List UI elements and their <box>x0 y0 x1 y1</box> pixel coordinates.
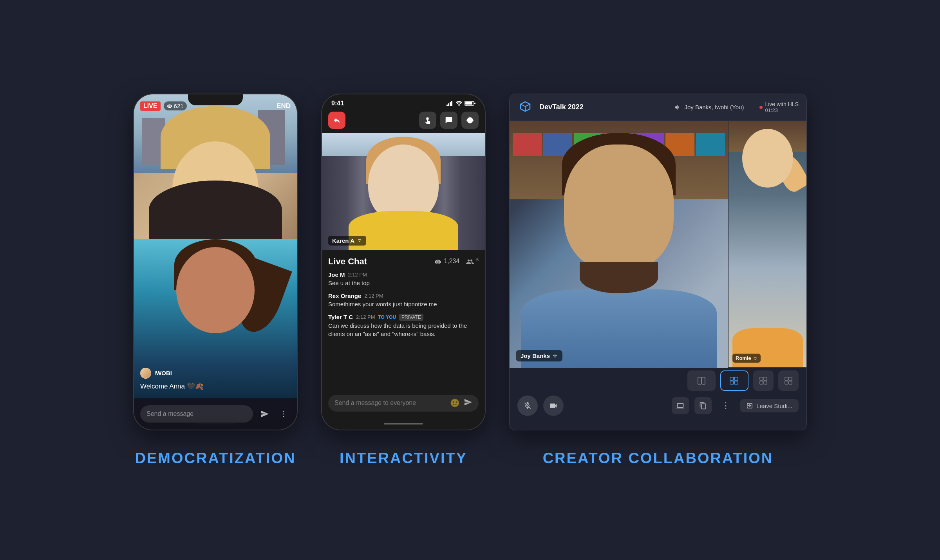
svg-point-2 <box>283 416 284 417</box>
people-icon: 5 <box>466 257 479 265</box>
chat-input-placeholder: Send a message to everyone <box>334 399 446 406</box>
layout-double[interactable] <box>720 370 748 391</box>
column-democratization: LIVE 621 END <box>133 94 298 467</box>
video-area-desktop: Joy Banks <box>510 121 806 368</box>
more-button[interactable] <box>277 407 291 421</box>
desktop-creator: DevTalk 2022 Joy Banks, Iwobi (You) Live… <box>509 94 807 430</box>
chat-input[interactable]: Send a message to everyone 🙂 <box>328 395 479 412</box>
live-dot <box>759 106 763 109</box>
send-button-2[interactable] <box>464 398 472 408</box>
side-video: Romie <box>728 121 806 368</box>
svg-rect-21 <box>764 377 767 380</box>
desktop-controls: ⋮ Leave Studi... <box>510 368 806 419</box>
svg-rect-16 <box>730 377 734 380</box>
video-top-1 <box>134 94 297 239</box>
back-button[interactable] <box>328 112 345 129</box>
chat-message-3: Tyler T C 2:12 PM TO YOU PRIVATE Can we … <box>328 314 479 338</box>
screenshare-button[interactable] <box>672 397 689 414</box>
layout-option-3[interactable] <box>753 370 774 391</box>
username-3: Tyler T C <box>328 314 353 320</box>
viewer-count-chat: 1,234 <box>444 258 459 265</box>
side-speaker-name: Romie <box>736 355 751 361</box>
msg-text-2: Somethimes your words just hipnotize me <box>328 300 479 308</box>
chat-button[interactable] <box>440 112 457 129</box>
svg-rect-26 <box>785 381 788 384</box>
message-placeholder: Send a message <box>146 410 193 417</box>
camera-button-2[interactable] <box>461 112 479 129</box>
stream-name: Karen A <box>332 237 354 244</box>
speaker-name: Joy Banks, Iwobi (You) <box>684 104 744 110</box>
record-button[interactable] <box>694 397 712 414</box>
svg-rect-25 <box>789 377 792 380</box>
layout-option-4[interactable] <box>778 370 799 391</box>
bottom-bar-1: Send a message <box>134 398 297 430</box>
svg-point-0 <box>283 411 284 412</box>
face-p2 <box>176 247 255 333</box>
emoji-button[interactable]: 🙂 <box>450 398 460 408</box>
timer: 01:23 <box>765 107 778 113</box>
book-1 <box>513 133 542 156</box>
username-2: Rex Orange <box>328 293 361 299</box>
welcome-message: Welcome Anna 🖤🍂 <box>140 382 203 390</box>
chat-message-2: Rex Orange 2:12 PM Somethimes your words… <box>328 293 479 308</box>
viewer-number: 621 <box>174 103 184 109</box>
svg-rect-27 <box>789 381 792 384</box>
svg-rect-5 <box>450 102 451 106</box>
time-3: 2:12 PM <box>356 314 375 320</box>
wifi-icon <box>357 238 362 243</box>
phone2-inner: 9:41 <box>322 94 485 430</box>
message-input[interactable]: Send a message <box>140 405 253 423</box>
svg-rect-9 <box>465 102 472 105</box>
svg-rect-24 <box>785 377 788 380</box>
svg-rect-3 <box>446 105 448 106</box>
chat-title: Live Chat <box>328 257 367 267</box>
controls-row: ⋮ Leave Studi... <box>517 396 799 416</box>
app-logo <box>517 99 533 115</box>
chat-header: Live Chat 1,234 5 <box>328 257 479 267</box>
msg-header-1: Joe M 2:12 PM <box>328 271 479 278</box>
mute-button[interactable] <box>517 396 538 416</box>
desktop-header: DevTalk 2022 Joy Banks, Iwobi (You) Live… <box>510 94 806 121</box>
svg-rect-17 <box>734 377 738 380</box>
layout-single[interactable] <box>687 370 716 391</box>
svg-rect-19 <box>734 381 738 384</box>
user-avatar <box>140 368 151 379</box>
msg-text-1: See u at the top <box>328 279 479 287</box>
msg-text-3: Can we discuss how the data is being pro… <box>328 322 479 338</box>
phone-notch-2 <box>376 94 431 105</box>
svg-rect-4 <box>448 103 449 106</box>
hand-button[interactable] <box>419 112 436 129</box>
phone1-inner: LIVE 621 END <box>134 94 297 430</box>
phone-democratization: LIVE 621 END <box>133 94 298 430</box>
camera-button-desktop[interactable] <box>543 396 564 416</box>
svg-point-11 <box>359 241 360 242</box>
viewer-count: 621 <box>164 101 187 110</box>
send-button[interactable] <box>258 407 272 421</box>
main-speaker-name: Joy Banks <box>521 352 550 359</box>
main-face <box>564 145 674 270</box>
chat-message-1: Joe M 2:12 PM See u at the top <box>328 271 479 287</box>
svg-point-1 <box>283 413 284 414</box>
layout-row <box>517 370 799 391</box>
home-bar-2 <box>322 418 485 430</box>
end-button[interactable]: END <box>277 102 291 110</box>
more-options-button[interactable]: ⋮ <box>717 397 734 414</box>
label-interactivity: INTERACTIVITY <box>340 450 467 467</box>
live-indicator: Live with HLS 01:23 <box>759 101 799 113</box>
home-indicator-2 <box>384 423 423 425</box>
live-badge[interactable]: LIVE <box>140 101 161 111</box>
time-1: 2:12 PM <box>348 272 367 278</box>
speaker-info: Joy Banks, Iwobi (You) <box>674 104 744 111</box>
leave-button[interactable]: Leave Studi... <box>740 399 799 412</box>
to-you-label: TO YOU <box>378 314 396 320</box>
svg-rect-15 <box>702 377 705 384</box>
column-creator: DevTalk 2022 Joy Banks, Iwobi (You) Live… <box>509 94 807 467</box>
time-display: 9:41 <box>331 100 344 107</box>
body-p1 <box>149 181 282 239</box>
side-speaker-tag: Romie <box>732 354 761 363</box>
video-bottom-1: IWOBI Welcome Anna 🖤🍂 <box>134 239 297 418</box>
side-panel: Romie <box>728 121 806 368</box>
label-democratization: DEMOCRATIZATION <box>135 450 296 467</box>
main-container: LIVE 621 END <box>0 70 940 490</box>
phone2-controls <box>322 110 485 133</box>
